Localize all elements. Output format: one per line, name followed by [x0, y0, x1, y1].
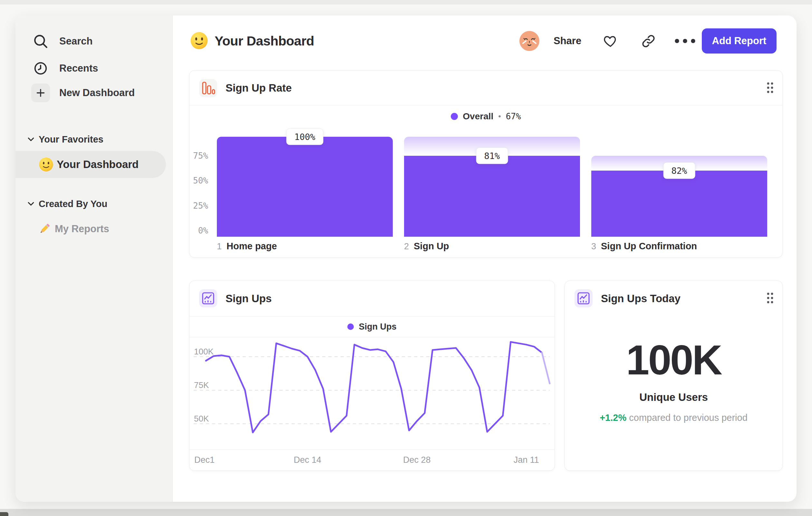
app-window: Search Recents New Dashboard [16, 16, 796, 502]
sidebar-item-label: Recents [59, 62, 98, 74]
funnel-y-tick: 0% [190, 226, 208, 236]
kpi-delta-row: +1.2% compared to previous period [565, 412, 782, 423]
signups-line-series [206, 342, 542, 432]
sidebar-section-created-by-you[interactable]: Created By You [16, 197, 172, 211]
legend-name: Sign Ups [359, 322, 396, 332]
card-header: Sign Ups [190, 281, 555, 317]
funnel-step-label: 1Home page [217, 241, 277, 251]
pencil-emoji-icon [37, 222, 52, 236]
chevron-down-icon [27, 135, 35, 143]
add-report-button[interactable]: Add Report [702, 28, 777, 54]
smiley-emoji-icon [39, 157, 54, 172]
more-options-icon[interactable] [673, 37, 697, 45]
signup-rate-card: Sign Up Rate Overall • 67% 100%1Home pag… [189, 70, 783, 258]
funnel-step-label: 3Sign Up Confirmation [591, 241, 697, 251]
line-chart-icon [575, 289, 592, 307]
funnel-bar [217, 137, 393, 237]
avatar[interactable] [519, 31, 540, 51]
funnel-y-tick: 50% [190, 176, 208, 185]
sidebar: Search Recents New Dashboard [16, 16, 173, 502]
background-corner-notch [0, 512, 8, 516]
line-chart-icon [199, 289, 217, 307]
sidebar-item-my-reports[interactable]: My Reports [16, 221, 172, 237]
background-bottom-strip [0, 509, 812, 516]
sidebar-item-label: My Reports [55, 223, 109, 235]
signups-card: Sign Ups Sign Ups 100K75K50K Dec1Dec 14D… [189, 280, 555, 471]
line-x-tick: Dec1 [194, 455, 214, 465]
line-y-tick: 100K [194, 347, 214, 357]
kpi-value: 100K [565, 339, 782, 381]
kpi-delta-value: +1.2% [600, 412, 627, 423]
sidebar-section-label: Created By You [39, 199, 107, 209]
card-title: Sign Ups [226, 281, 272, 316]
kpi-delta-note: compared to previous period [629, 412, 748, 423]
line-chart-svg [190, 337, 554, 449]
line-legend[interactable]: Sign Ups [190, 316, 555, 337]
chevron-down-icon [27, 200, 35, 208]
link-icon[interactable] [641, 34, 656, 48]
sidebar-section-label: Your Favorites [39, 134, 104, 145]
line-y-tick: 50K [194, 414, 209, 424]
share-button[interactable]: Share [554, 32, 581, 50]
sidebar-item-label: Your Dashboard [57, 151, 139, 178]
line-x-tick: Dec 28 [403, 455, 431, 465]
funnel-conversion-tooltip: 82% [663, 163, 695, 179]
sidebar-item-search[interactable]: Search [16, 32, 172, 50]
line-y-tick: 75K [194, 380, 209, 390]
heart-icon[interactable] [603, 34, 618, 48]
sidebar-section-your-favorites[interactable]: Your Favorites [16, 132, 172, 146]
sidebar-item-new-dashboard[interactable]: New Dashboard [16, 83, 172, 103]
funnel-conversion-tooltip: 81% [476, 147, 508, 164]
funnel-y-tick: 75% [190, 151, 208, 161]
kpi-metric-label: Unique Users [565, 391, 782, 403]
funnel-step-label: 2Sign Up [404, 241, 449, 251]
signups-line-series [542, 353, 550, 384]
funnel-plot: 100%1Home page81%2Sign Up82%3Sign Up Con… [190, 71, 782, 257]
legend-dot [347, 323, 354, 330]
card-header: Sign Ups Today [565, 281, 782, 316]
background-top-strip [0, 0, 812, 4]
line-x-tick: Jan 11 [514, 455, 539, 465]
card-title: Sign Ups Today [601, 281, 680, 316]
funnel-bar [404, 156, 580, 237]
line-x-tick: Dec 14 [294, 455, 321, 465]
clock-icon [32, 60, 49, 77]
signups-today-card: Sign Ups Today 100K Unique Users +1.2% c… [564, 280, 783, 471]
drag-handle-icon[interactable] [766, 292, 774, 304]
sidebar-item-label: New Dashboard [59, 87, 135, 99]
plus-icon [31, 84, 50, 102]
dashboard-title-emoji-icon [190, 32, 208, 50]
funnel-y-tick: 25% [190, 201, 208, 211]
page-title: Your Dashboard [214, 32, 314, 50]
sidebar-item-your-dashboard[interactable]: Your Dashboard [16, 151, 166, 178]
sidebar-item-label: Search [59, 35, 92, 47]
search-icon [32, 33, 49, 50]
x-axis-line [190, 449, 555, 450]
funnel-conversion-tooltip: 100% [286, 129, 323, 145]
funnel-bar [591, 171, 767, 237]
screen: Search Recents New Dashboard [0, 0, 812, 516]
sidebar-item-recents[interactable]: Recents [16, 60, 172, 77]
